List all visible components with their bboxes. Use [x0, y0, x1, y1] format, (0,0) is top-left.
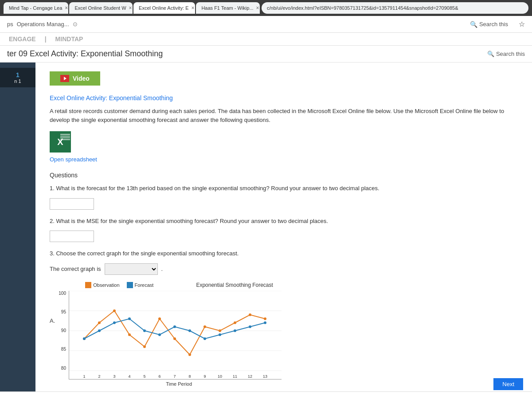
fore-dot-5 — [143, 329, 146, 332]
nav-ps[interactable]: ps — [7, 21, 13, 27]
fore-dot-12 — [249, 325, 251, 328]
chart-legend: Observation Forecast Exponential Smoothi… — [85, 282, 282, 288]
x-tick-10: 10 — [218, 374, 222, 379]
x-tick-2: 2 — [98, 374, 100, 379]
obs-dot-5 — [143, 345, 146, 348]
tab-mindtap-close[interactable]: × — [65, 5, 68, 11]
excel-icon-container[interactable]: X — [50, 131, 518, 153]
y-label-85: 85 — [61, 347, 66, 352]
excel-icon: X — [50, 131, 71, 153]
legend-forecast-label: Forecast — [135, 282, 154, 288]
question-1: 1. What is the forecast for the 13th per… — [50, 184, 518, 193]
sidebar: 1 n 1 — [0, 63, 35, 399]
fore-dot-9 — [203, 337, 206, 340]
main-layout: 1 n 1 Video Excel Online Activity: Expon… — [0, 63, 532, 399]
x-tick-12: 12 — [248, 374, 252, 379]
obs-dot-3 — [113, 309, 116, 312]
engage-separator: | — [45, 35, 47, 43]
chart-option-label: A. — [50, 317, 55, 324]
questions-label: Questions — [50, 172, 518, 179]
x-tick-7: 7 — [173, 374, 176, 379]
sidebar-item-n1[interactable]: 1 n 1 — [0, 68, 35, 87]
legend-observation: Observation — [85, 282, 119, 288]
browser-chrome: Mind Tap - Cengage Lea × Excel Online St… — [0, 0, 532, 16]
tab-haas-label: Haas F1 Team - Wikip... — [201, 5, 253, 11]
fore-dot-4 — [128, 317, 131, 320]
forecast-line — [84, 319, 265, 339]
mindtap-label: MINDTAP — [55, 35, 83, 43]
obs-dot-4 — [128, 333, 131, 336]
forecast-swatch — [127, 282, 133, 288]
x-tick-3: 3 — [113, 374, 115, 379]
observation-swatch — [85, 282, 91, 288]
search-this-icon: 🔍 — [487, 51, 494, 57]
obs-dot-6 — [158, 317, 161, 320]
fore-dot-8 — [188, 329, 191, 332]
chart-layout: A. Observation Forecast Exponential Smoo… — [50, 282, 307, 387]
video-label: Video — [73, 75, 90, 82]
obs-dot-7 — [173, 337, 176, 340]
bottom-nav: Next — [0, 391, 532, 399]
tab-excel-activity[interactable]: Excel Online Activity: E × — [133, 2, 195, 14]
video-icon — [60, 75, 69, 82]
obs-dot-2 — [98, 321, 101, 324]
tab-excel-activity-label: Excel Online Activity: E — [139, 5, 189, 11]
chart-container: A. Observation Forecast Exponential Smoo… — [50, 282, 307, 387]
y-axis-labels: 100 95 90 85 80 — [59, 291, 69, 371]
app-breadcrumb: ps Operations Manag... ⊙ — [7, 21, 78, 27]
obs-dot-11 — [234, 321, 236, 324]
tab-mindtap[interactable]: Mind Tap - Cengage Lea × — [4, 2, 68, 14]
engage-bar: ENGAGE | MINDTAP — [0, 33, 532, 46]
open-spreadsheet-link[interactable]: Open spreadsheet — [50, 156, 97, 163]
chart-with-yaxis: 100 95 90 85 80 — [59, 291, 282, 379]
answer-input-q2[interactable] — [50, 231, 94, 242]
tab-excel-student[interactable]: Excel Online Student W × — [69, 2, 133, 14]
x-tick-6: 6 — [158, 374, 160, 379]
obs-dot-9 — [203, 325, 206, 328]
tab-mindtap-label: Mind Tap - Cengage Lea — [9, 5, 62, 11]
legend-observation-label: Observation — [93, 282, 119, 288]
obs-dot-8 — [188, 353, 191, 356]
page-title: ter 09 Excel Activity: Exponential Smoot… — [7, 49, 163, 59]
fore-dot-13 — [264, 321, 266, 324]
bookmark-icon[interactable]: ☆ — [519, 20, 525, 28]
observation-line — [84, 311, 265, 355]
tab-haas[interactable]: Haas F1 Team - Wikip... × — [196, 2, 260, 14]
search-area[interactable]: 🔍 Search this — [470, 21, 508, 28]
activity-title: Excel Online Activity: Exponential Smoot… — [50, 94, 518, 102]
sidebar-item-number: 1 — [2, 71, 34, 78]
next-button[interactable]: Next — [493, 378, 523, 390]
question-2: 2. What is the MSE for the single expone… — [50, 217, 518, 226]
x-tick-9: 9 — [203, 374, 206, 379]
tabs-row: Mind Tap - Cengage Lea × Excel Online St… — [4, 2, 260, 14]
y-label-90: 90 — [61, 328, 66, 333]
activity-description: A retail store records customer demand d… — [50, 107, 518, 124]
address-bar[interactable]: c/nb/ui/evo/index.html?eISBN=97803571317… — [262, 2, 528, 14]
q3-period: . — [161, 266, 163, 272]
chart-title-label: Exponential Smoothing Forecast — [196, 282, 273, 288]
fore-dot-10 — [219, 333, 221, 336]
q3-select-row: The correct graph is A B C . — [50, 263, 518, 275]
x-tick-11: 11 — [233, 374, 237, 379]
tab-excel-activity-close[interactable]: × — [192, 5, 195, 11]
fore-dot-7 — [173, 325, 176, 328]
obs-dot-13 — [264, 317, 266, 320]
x-tick-5: 5 — [143, 374, 145, 379]
app-header: ps Operations Manag... ⊙ 🔍 Search this ☆ — [0, 16, 532, 33]
nav-operations[interactable]: Operations Manag... — [17, 21, 69, 27]
video-button[interactable]: Video — [50, 71, 100, 86]
x-tick-8: 8 — [188, 374, 191, 379]
x-tick-13: 13 — [263, 374, 267, 379]
tab-excel-student-close[interactable]: × — [129, 5, 132, 11]
tab-haas-close[interactable]: × — [256, 5, 259, 11]
q3-correct-graph-label: The correct graph is — [50, 266, 101, 272]
x-tick-1: 1 — [83, 374, 85, 379]
nav-circle-icon: ⊙ — [73, 21, 78, 27]
fore-dot-3 — [113, 321, 116, 324]
search-this-button[interactable]: 🔍 Search this — [487, 51, 525, 57]
y-label-95: 95 — [61, 309, 66, 314]
correct-graph-select[interactable]: A B C — [105, 263, 158, 275]
answer-input-q1[interactable] — [50, 198, 94, 210]
fore-dot-1 — [83, 337, 86, 340]
fore-dot-11 — [234, 329, 236, 332]
